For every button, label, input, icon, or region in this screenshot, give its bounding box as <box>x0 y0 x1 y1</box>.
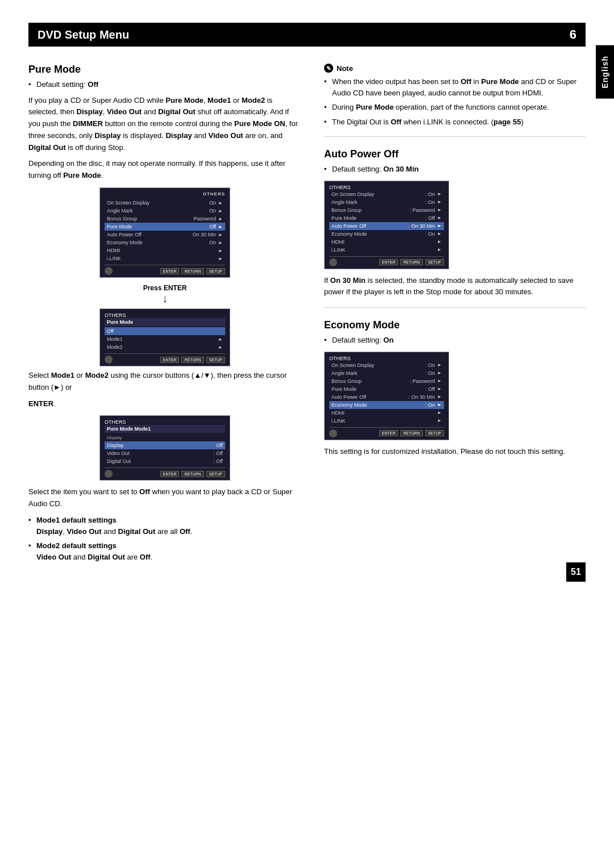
setup-btn3: SETUP <box>206 471 225 477</box>
screen1-footer: ENTER RETURN SETUP <box>105 265 225 275</box>
nav-buttons: ENTER RETURN SETUP <box>160 268 225 274</box>
nav-joystick-icon2 <box>105 356 113 364</box>
screen1-row-economy: Economy ModeOn ► <box>105 239 225 247</box>
screen-others-menu: OTHERS On Screen DisplayOn ► Angle MarkO… <box>99 187 230 278</box>
enter-label-para: ENTER. <box>28 398 301 410</box>
press-enter-section: Press ENTER ↓ <box>28 283 301 305</box>
screen2-footer: ENTER RETURN SETUP <box>105 353 225 364</box>
screen1-row-autopoweroff: Auto Power OffOn 30 Min ► <box>105 231 225 239</box>
press-enter-label: Press ENTER <box>143 284 187 292</box>
sauto-footer: ENTER RETURN SETUP <box>329 256 444 266</box>
economy-mode-section: Economy Mode Default setting: On OTHERS … <box>324 319 586 457</box>
left-column: Pure Mode Default setting: Off If you pl… <box>28 64 301 565</box>
economy-mode-body: This setting is for customized installat… <box>324 446 586 458</box>
secon-row-economy: Economy Mode: On ► <box>329 401 444 409</box>
auto-power-off-title: Auto Power Off <box>324 148 586 160</box>
secon-footer: ENTER RETURN SETUP <box>329 427 444 437</box>
secon-row-angle: Angle Mark: On ► <box>329 369 444 377</box>
auto-power-off-body: If On 30 Min is selected, the standby mo… <box>324 275 586 299</box>
sauto-row-ilink: i.LINK► <box>329 246 444 254</box>
enter-btn4: ENTER <box>379 259 399 265</box>
screen1-row-bonus: Bonus GroupPassword ► <box>105 215 225 223</box>
screen3-header: OTHERS <box>105 419 225 425</box>
select-mode-text: Select Mode1 or Mode2 using the cursor b… <box>28 370 301 394</box>
mode2-defaults-header: Mode2 default settings Video Out and Dig… <box>28 540 301 562</box>
screen2-title: Pure Mode <box>105 318 225 326</box>
note-bullet-3: The Digital Out is Off when i.LINK is co… <box>324 116 586 128</box>
sauto-row-pure: Pure Mode: Off ► <box>329 214 444 222</box>
right-column: ✎ Note When the video output has been se… <box>324 64 586 565</box>
screen-puremode-select: OTHERS Pure Mode Off Mode1► Mode2► ENTER… <box>99 308 230 366</box>
note-icon: ✎ <box>324 64 333 73</box>
setup-btn: SETUP <box>206 268 225 274</box>
nav-buttons2: ENTER RETURN SETUP <box>160 357 225 363</box>
nav-buttons4: ENTER RETURN SETUP <box>379 259 444 265</box>
setup-btn5: SETUP <box>425 430 444 436</box>
setup-btn2: SETUP <box>206 357 225 363</box>
setup-btn4: SETUP <box>425 259 444 265</box>
screen3-row-digitalout: Digital Out: Off <box>105 457 225 465</box>
screen3-title: Pure Mode Mode1 <box>105 425 225 433</box>
return-btn: RETURN <box>181 268 204 274</box>
note-bullet-2: During Pure Mode operation, part of the … <box>324 102 586 113</box>
sauto-row-angle: Angle Mark: On ► <box>329 198 444 206</box>
page-section-num: 6 <box>570 27 576 42</box>
enter-btn3: ENTER <box>160 471 180 477</box>
return-btn5: RETURN <box>400 430 422 436</box>
screen-mode1-settings: OTHERS Pure Mode Mode1 Display DisplayOf… <box>99 415 230 481</box>
nav-joystick-icon5 <box>329 429 337 437</box>
page-title: DVD Setup Menu <box>38 28 129 41</box>
screen2-row-mode1: Mode1► <box>105 335 225 343</box>
secon-row-auto: Auto Power Off: On 30 Min ► <box>329 393 444 401</box>
screen3-row-display: DisplayOff <box>105 441 225 449</box>
mode1-defaults-header: Mode1 default settings Display, Video Ou… <box>28 515 301 537</box>
pure-mode-title: Pure Mode <box>28 64 301 76</box>
pure-mode-default: Default setting: Off <box>28 79 301 90</box>
enter-btn2: ENTER <box>160 357 180 363</box>
select-off-text: Select the item you want to set to Off w… <box>28 486 301 510</box>
economy-mode-default: Default setting: On <box>324 335 586 346</box>
secon-row-pure: Pure Mode: Off ► <box>329 385 444 393</box>
screen1-row-hdmi: HDMI► <box>105 247 225 254</box>
screen-economy-header: OTHERS <box>329 356 444 361</box>
nav-buttons5: ENTER RETURN SETUP <box>379 430 444 436</box>
return-btn2: RETURN <box>181 357 204 363</box>
screen-economy-mode: OTHERS On Screen Display: On ► Angle Mar… <box>324 352 449 440</box>
return-btn3: RETURN <box>181 471 204 477</box>
language-tab: English <box>596 45 614 99</box>
return-btn4: RETURN <box>400 259 422 265</box>
enter-btn5: ENTER <box>379 430 399 436</box>
screen3-subtitle: Display <box>105 434 225 441</box>
screen2-row-off: Off <box>105 327 225 335</box>
divider-1 <box>324 136 586 137</box>
down-arrow-icon: ↓ <box>28 292 301 305</box>
screen2-row-mode2: Mode2► <box>105 343 225 351</box>
nav-joystick-icon3 <box>105 470 113 478</box>
header-bar: DVD Setup Menu 6 <box>28 23 586 47</box>
nav-joystick-icon <box>105 267 113 275</box>
enter-btn: ENTER <box>160 268 180 274</box>
sauto-row-hdmi: HDMI► <box>329 238 444 246</box>
screen3-footer: ENTER RETURN SETUP <box>105 468 225 478</box>
nav-joystick-icon4 <box>329 258 337 266</box>
divider-2 <box>324 307 586 308</box>
pure-mode-body1: If you play a CD or Super Audio CD while… <box>28 95 301 154</box>
page-container: DVD Setup Menu 6 English Pure Mode Defau… <box>0 0 614 599</box>
note-label: Note <box>337 64 353 73</box>
nav-buttons3: ENTER RETURN SETUP <box>160 471 225 477</box>
screen1-header: OTHERS <box>105 191 225 197</box>
sauto-row-onscreen: On Screen Display: On ► <box>329 190 444 198</box>
secon-row-ilink: i.LINK► <box>329 417 444 425</box>
screen-auto-power-off: OTHERS On Screen Display: On ► Angle Mar… <box>324 181 449 269</box>
screen1-row-onscreen: On Screen DisplayOn ► <box>105 199 225 207</box>
secon-row-bonus: Bonus Group: Password ► <box>329 377 444 385</box>
screen1-row-angle: Angle MarkOn ► <box>105 207 225 215</box>
secon-row-hdmi: HDMI► <box>329 409 444 417</box>
auto-power-off-section: Auto Power Off Default setting: On 30 Mi… <box>324 148 586 298</box>
screen1-row-ilink: i.LINK► <box>105 254 225 262</box>
page-number: 51 <box>566 562 586 582</box>
screen2-header: OTHERS <box>105 312 225 318</box>
sauto-row-economy: Economy Mode: On ► <box>329 230 444 238</box>
pure-mode-body2: Depending on the disc, it may not operat… <box>28 158 301 182</box>
economy-mode-title: Economy Mode <box>324 319 586 331</box>
